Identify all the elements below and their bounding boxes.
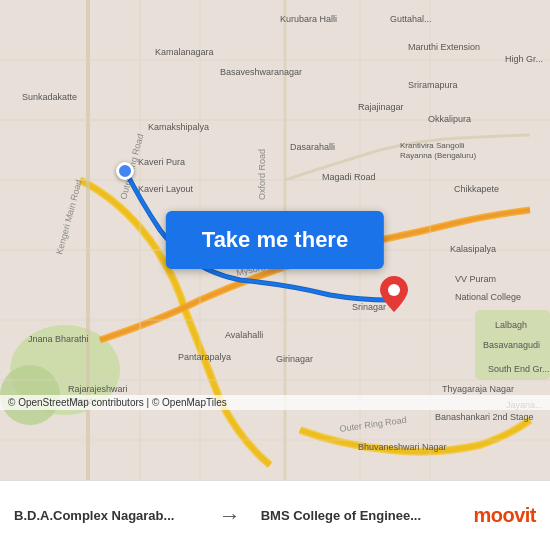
moovit-logo-text: moovit xyxy=(473,504,536,527)
svg-text:Girinagar: Girinagar xyxy=(276,354,313,364)
route-arrow: → xyxy=(213,503,247,529)
svg-text:South End Gr...: South End Gr... xyxy=(488,364,550,374)
svg-text:Sriramapura: Sriramapura xyxy=(408,80,458,90)
svg-text:Guttahal...: Guttahal... xyxy=(390,14,432,24)
destination-endpoint: BMS College of Enginee... xyxy=(247,500,460,531)
svg-text:Lalbagh: Lalbagh xyxy=(495,320,527,330)
take-me-there-button[interactable]: Take me there xyxy=(166,211,384,269)
svg-text:Kalasipalya: Kalasipalya xyxy=(450,244,496,254)
svg-text:Basavanagudi: Basavanagudi xyxy=(483,340,540,350)
svg-text:Pantarapalya: Pantarapalya xyxy=(178,352,231,362)
svg-text:Kaveri Pura: Kaveri Pura xyxy=(138,157,185,167)
svg-text:Magadi Road: Magadi Road xyxy=(322,172,376,182)
moovit-logo: moovit xyxy=(459,504,550,527)
destination-marker xyxy=(380,276,408,316)
svg-text:Thyagaraja Nagar: Thyagaraja Nagar xyxy=(442,384,514,394)
svg-text:Rayanna (Bengaluru): Rayanna (Bengaluru) xyxy=(400,151,476,160)
svg-text:Banashankari 2nd Stage: Banashankari 2nd Stage xyxy=(435,412,534,422)
svg-text:Jnana Bharathi: Jnana Bharathi xyxy=(28,334,89,344)
svg-text:Basaveshwaranagar: Basaveshwaranagar xyxy=(220,67,302,77)
svg-text:Kamakshipalya: Kamakshipalya xyxy=(148,122,209,132)
origin-marker xyxy=(116,162,134,180)
destination-label: BMS College of Enginee... xyxy=(261,508,446,523)
svg-text:Kaveri Layout: Kaveri Layout xyxy=(138,184,194,194)
svg-text:Kurubara Halli: Kurubara Halli xyxy=(280,14,337,24)
svg-text:Okkalipura: Okkalipura xyxy=(428,114,471,124)
svg-text:Dasarahalli: Dasarahalli xyxy=(290,142,335,152)
copyright-text: © OpenStreetMap contributors | © OpenMap… xyxy=(8,397,227,408)
origin-endpoint: B.D.A.Complex Nagarab... xyxy=(0,500,213,531)
svg-text:Chikkapete: Chikkapete xyxy=(454,184,499,194)
svg-point-57 xyxy=(388,284,400,296)
svg-text:High Gr...: High Gr... xyxy=(505,54,543,64)
copyright-bar: © OpenStreetMap contributors | © OpenMap… xyxy=(0,395,550,410)
map-container: Sunkadakatte Kamalanagara Basaveshwarana… xyxy=(0,0,550,480)
svg-text:Krantivira Sangolli: Krantivira Sangolli xyxy=(400,141,465,150)
svg-text:Maruthi Extension: Maruthi Extension xyxy=(408,42,480,52)
origin-label: B.D.A.Complex Nagarab... xyxy=(14,508,199,523)
svg-text:Avalahalli: Avalahalli xyxy=(225,330,263,340)
svg-text:Rajajinagar: Rajajinagar xyxy=(358,102,404,112)
svg-text:Rajarajeshwari: Rajarajeshwari xyxy=(68,384,128,394)
svg-text:VV Puram: VV Puram xyxy=(455,274,496,284)
svg-text:National College: National College xyxy=(455,292,521,302)
svg-text:Bhuvaneshwari Nagar: Bhuvaneshwari Nagar xyxy=(358,442,447,452)
svg-text:Sunkadakatte: Sunkadakatte xyxy=(22,92,77,102)
svg-text:Oxford Road: Oxford Road xyxy=(257,149,267,200)
svg-text:Kamalanagara: Kamalanagara xyxy=(155,47,214,57)
bottom-bar: B.D.A.Complex Nagarab... → BMS College o… xyxy=(0,480,550,550)
